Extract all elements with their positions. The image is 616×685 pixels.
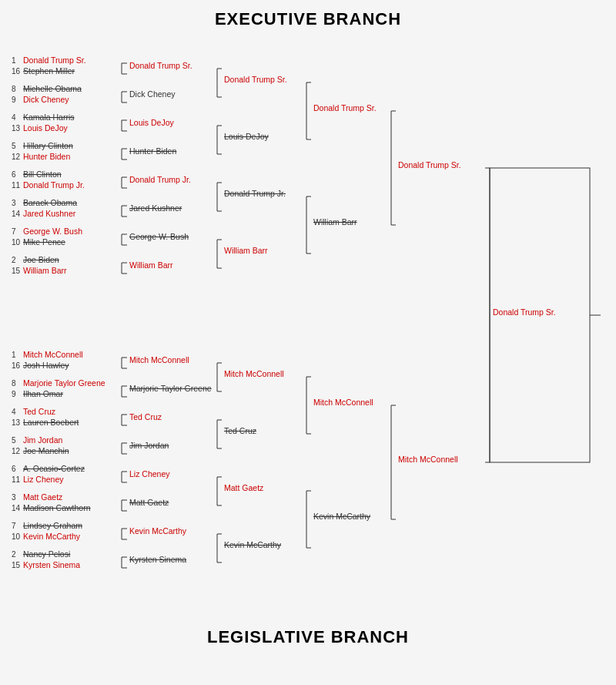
leg-r2-7-name: Kevin McCarthy — [129, 526, 187, 536]
exec-r1-1-name: Donald Trump Sr. — [23, 55, 86, 65]
exec-r1-9-seed: 6 — [12, 170, 16, 179]
exec-r1-9-name: Bill Clinton — [23, 170, 62, 179]
leg-r1-2-name: Josh Hawley — [23, 361, 69, 370]
leg-r1-8-seed: 12 — [12, 447, 21, 455]
exec-r1-5-seed: 4 — [12, 113, 16, 122]
exec-r1-11-seed: 3 — [12, 199, 16, 207]
leg-r1-4-seed: 9 — [12, 390, 16, 398]
leg-r3-3-name: Matt Gaetz — [224, 483, 263, 492]
exec-r1-13-name: George W. Bush — [23, 227, 82, 236]
exec-r1-8-name: Hunter Biden — [23, 152, 70, 161]
exec-r2-6-name: Jared Kushner — [129, 203, 182, 213]
leg-r1-8-name: Joe Manchin — [23, 446, 69, 455]
leg-r1-15-seed: 2 — [12, 550, 16, 559]
leg-r1-11-seed: 3 — [12, 493, 16, 502]
champion-name: Donald Trump Sr. — [493, 307, 556, 317]
page-title: EXECUTIVE BRANCH — [0, 0, 616, 34]
exec-r1-4-seed: 9 — [12, 96, 16, 104]
leg-r1-14-name: Kevin McCarthy — [23, 532, 81, 541]
leg-r1-1-name: Mitch McConnell — [23, 350, 83, 359]
leg-r2-2-name: Marjorie Taylor Greene — [129, 384, 212, 393]
exec-r1-7-seed: 5 — [12, 142, 16, 150]
exec-r1-2-name: Stephen Miller — [23, 66, 75, 76]
leg-r1-14-seed: 10 — [12, 532, 21, 541]
exec-r1-7-name: Hillary Clinton — [23, 141, 73, 150]
leg-r3-2-name: Ted Cruz — [224, 426, 256, 435]
leg-r2-3-name: Ted Cruz — [129, 412, 162, 421]
exec-r1-6-seed: 13 — [12, 124, 21, 133]
leg-r1-4-name: Ilhan Omar — [23, 389, 63, 398]
exec-r1-2-seed: 16 — [12, 67, 21, 76]
exec-r4-1-name: Donald Trump Sr. — [313, 103, 377, 112]
bracket-svg: 1 Donald Trump Sr. 16 Stephen Miller 8 M… — [8, 34, 608, 620]
exec-r2-8-name: William Barr — [129, 260, 173, 270]
exec-r2-4-name: Hunter Biden — [129, 146, 176, 156]
exec-r5-name: Donald Trump Sr. — [398, 160, 461, 170]
leg-r1-11-name: Matt Gaetz — [23, 492, 62, 502]
leg-r1-9-seed: 6 — [12, 465, 16, 473]
leg-r3-1-name: Mitch McConnell — [224, 369, 284, 378]
exec-r1-5-name: Kamala Harris — [23, 112, 75, 122]
leg-r1-3-seed: 8 — [12, 379, 16, 388]
leg-r1-15-name: Nancy Pelosi — [23, 549, 70, 559]
leg-r3-4-name: Kevin McCarthy — [224, 540, 282, 549]
leg-r2-5-name: Liz Cheney — [129, 469, 170, 478]
leg-r2-8-name: Kyrsten Sinema — [129, 555, 186, 564]
leg-r1-9-name: A. Ocasio-Cortez — [23, 464, 85, 473]
bracket-container: 1 Donald Trump Sr. 16 Stephen Miller 8 M… — [8, 34, 608, 623]
exec-r1-1-seed: 1 — [12, 56, 16, 65]
exec-r3-2-name: Louis DeJoy — [224, 132, 270, 141]
exec-r3-1-name: Donald Trump Sr. — [224, 75, 287, 84]
leg-r1-16-name: Kyrsten Sinema — [23, 560, 80, 569]
exec-r1-13-seed: 7 — [12, 227, 16, 236]
leg-r2-6-name: Matt Gaetz — [129, 498, 169, 507]
leg-r1-12-name: Madison Cawthorn — [23, 503, 91, 512]
page-subtitle: LEGISLATIVE BRANCH — [0, 623, 616, 655]
exec-r1-12-seed: 14 — [12, 210, 21, 218]
leg-r1-2-seed: 16 — [12, 361, 21, 370]
exec-r2-3-name: Louis DeJoy — [129, 118, 175, 127]
exec-r3-4-name: William Barr — [224, 246, 268, 255]
leg-r2-1-name: Mitch McConnell — [129, 355, 189, 364]
leg-r1-13-seed: 7 — [12, 522, 16, 530]
leg-r1-16-seed: 15 — [12, 561, 21, 569]
leg-r1-5-name: Ted Cruz — [23, 407, 55, 416]
exec-r2-5-name: Donald Trump Jr. — [129, 175, 191, 184]
exec-r1-3-seed: 8 — [12, 85, 16, 93]
exec-r3-3-name: Donald Trump Jr. — [224, 189, 286, 198]
exec-r1-3-name: Michelle Obama — [23, 84, 82, 93]
exec-r2-7-name: George W. Bush — [129, 232, 189, 241]
leg-r4-1-name: Mitch McConnell — [313, 398, 373, 407]
exec-r1-8-seed: 12 — [12, 153, 21, 161]
exec-r1-11-name: Barack Obama — [23, 198, 77, 207]
exec-r1-14-seed: 10 — [12, 238, 21, 247]
leg-r1-7-seed: 5 — [12, 436, 16, 445]
exec-r2-2-name: Dick Cheney — [129, 89, 176, 99]
exec-r1-14-name: Mike Pence — [23, 237, 65, 247]
exec-r1-6-name: Louis DeJoy — [23, 123, 69, 133]
leg-r5-name: Mitch McConnell — [398, 455, 458, 464]
leg-r2-4-name: Jim Jordan — [129, 441, 169, 450]
leg-r1-10-name: Liz Cheney — [23, 475, 64, 484]
exec-r1-15-seed: 2 — [12, 256, 16, 264]
exec-r1-12-name: Jared Kushner — [23, 209, 76, 218]
leg-r1-10-seed: 11 — [12, 475, 21, 484]
leg-r1-7-name: Jim Jordan — [23, 435, 63, 445]
leg-r1-1-seed: 1 — [12, 351, 16, 359]
exec-r1-10-seed: 11 — [12, 181, 21, 190]
exec-r1-10-name: Donald Trump Jr. — [23, 180, 85, 190]
exec-r2-1-name: Donald Trump Sr. — [129, 61, 192, 70]
exec-r1-4-name: Dick Cheney — [23, 95, 69, 104]
exec-r4-2-name: William Barr — [313, 217, 357, 227]
exec-r1-16-seed: 15 — [12, 267, 21, 275]
leg-r1-12-seed: 14 — [12, 504, 21, 512]
leg-r4-2-name: Kevin McCarthy — [313, 512, 371, 521]
leg-r1-6-name: Lauren Boebert — [23, 418, 79, 427]
leg-r1-6-seed: 13 — [12, 418, 21, 427]
exec-r1-15-name: Joe Biden — [23, 255, 59, 264]
exec-r1-16-name: William Barr — [23, 266, 67, 275]
leg-r1-3-name: Marjorie Taylor Greene — [23, 378, 105, 388]
leg-r1-13-name: Lindsey Graham — [23, 521, 82, 530]
leg-r1-5-seed: 4 — [12, 408, 16, 416]
